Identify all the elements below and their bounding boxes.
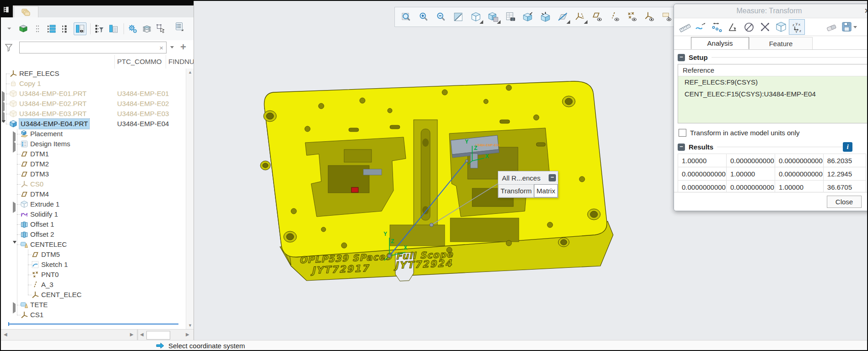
tree-item-label[interactable]: Design Items [30,139,70,149]
add-filter-icon[interactable]: + [180,41,186,53]
tree-row[interactable]: U3484-EMP-E04.PRTU3484-EMP-E04 [1,119,186,129]
model-cube-button[interactable] [17,22,30,35]
tree-item-label[interactable]: Offset 1 [30,219,54,229]
tree-item-label[interactable]: U3484-EMP-E03.PRT [19,109,86,119]
matrix-button[interactable]: Matrix [534,184,558,197]
tree-row[interactable]: REF_ELECS [1,69,186,79]
column-header-findnum[interactable]: FINDNU [168,58,194,65]
reference-item[interactable]: REF_ELECS:F9(CSYS) [678,76,868,88]
hscroll2-thumb[interactable] [146,331,170,340]
tree-item-label[interactable]: CENTELEC [30,239,67,250]
measure-summary-button[interactable] [677,19,693,35]
tree-row[interactable]: A_3 [1,280,186,290]
tree-item-label[interactable]: Extrude 1 [30,199,59,209]
tree-row[interactable]: Placement [1,129,186,139]
scroll-down-icon[interactable]: ▼ [188,323,192,328]
tree-row[interactable]: DTM5 [1,250,186,260]
view-normal-button[interactable] [537,9,554,25]
datum-display-button[interactable] [554,9,571,25]
tree-item-label[interactable]: A_3 [41,280,54,290]
clear-results-button[interactable] [823,19,839,35]
zoom-refit-button[interactable] [398,9,415,25]
info-icon[interactable]: i [843,142,852,152]
tree-item-label[interactable]: DTM1 [30,149,49,159]
tree-row[interactable]: CENTELEC [1,239,186,250]
grip-dots-button[interactable] [31,22,44,35]
3d-model-viewport[interactable]: OPLP539 SPace9 Full Scope JYT72917 JYT72… [253,74,619,282]
measure-length-button[interactable] [693,19,709,35]
tree-row[interactable]: TETE [1,300,186,310]
tree-item-label[interactable]: DTM3 [30,169,49,179]
layers-button[interactable] [140,22,153,35]
measure-diameter-button[interactable] [741,19,757,35]
clear-search-icon[interactable]: × [159,44,163,52]
tree-row[interactable]: CS0 [1,179,186,189]
reference-list[interactable]: Reference REF_ELECS:F9(CSYS)CENT_ELEC:F1… [678,64,868,123]
tree-filters-button[interactable] [93,22,106,35]
tab-feature[interactable]: Feature [749,37,813,49]
tree-item-label[interactable]: CS0 [30,179,43,189]
hscroll2-right-icon[interactable]: ▶ [186,332,189,337]
tree-vertical-scrollbar[interactable]: ▲ ▼ [186,69,194,329]
tree-item-label[interactable]: CENT_ELEC [41,290,81,300]
tree-row[interactable]: U3484-EMP-E02.PRTU3484-EMP-E02 [1,99,186,109]
tab-analysis[interactable]: Analysis [691,37,749,49]
tree-item-label[interactable]: REF_ELECS [19,69,59,79]
tree-row[interactable]: Extrude 1 [1,199,186,209]
scroll-up-icon[interactable]: ▲ [188,70,192,74]
tree-row[interactable]: DTM2 [1,159,186,169]
tree-row[interactable]: DTM1 [1,149,186,159]
hscroll2-left-icon[interactable]: ◀ [140,332,144,337]
plane-display-button[interactable] [589,9,606,25]
tree-item-label[interactable]: U3484-EMP-E02.PRT [19,99,86,109]
tree-item-label[interactable]: DTM2 [30,159,49,169]
measure-distance-button[interactable] [709,19,725,35]
units-checkbox[interactable] [679,129,686,137]
results-collapse-button[interactable]: − [678,144,685,151]
tree-side-icon[interactable] [2,5,11,14]
zoom-out-button[interactable] [432,9,450,25]
tree-item-label[interactable]: Placement [30,129,63,139]
tree-row[interactable]: DTM3 [1,169,186,179]
measure-volume-button[interactable] [773,19,789,35]
tree-item-label[interactable]: Offset 2 [30,229,54,239]
close-button[interactable]: Close [827,196,862,208]
section-view-button[interactable] [519,9,537,25]
measure-area-button[interactable] [757,19,773,35]
tree-document-button[interactable] [107,22,120,35]
reference-item[interactable]: CENT_ELEC:F15(CSYS):U3484-EMP-E04 [678,88,868,100]
tree-columns-button[interactable] [74,22,86,35]
tree-caret-button[interactable] [3,22,16,35]
hscroll-right-icon[interactable]: ▶ [130,332,134,337]
tree-item-label[interactable]: CS1 [30,310,43,320]
settings-gears-button[interactable] [126,22,139,35]
tree-row[interactable]: U3484-EMP-E01.PRTU3484-EMP-E01 [1,89,186,99]
tree-item-label[interactable]: Copy 1 [19,79,41,89]
tree-row[interactable]: Offset 2 [1,229,186,239]
tree-item-label[interactable]: U3484-EMP-E04.PRT [19,119,89,129]
tree-row[interactable]: DTM4 [1,189,186,199]
tree-search-input[interactable]: × [19,42,167,53]
tree-item-label[interactable]: PNT0 [41,270,59,280]
csys-display-button[interactable] [641,9,658,25]
axis-display-button[interactable] [606,9,624,25]
tree-row[interactable]: CS1 [1,310,186,320]
repaint-button[interactable] [450,9,467,25]
collapse-levels-button[interactable] [59,22,72,35]
transform-button[interactable]: Transform [498,184,534,197]
zoom-in-button[interactable] [415,9,432,25]
search-options-icon[interactable] [170,46,174,48]
tree-item-label[interactable]: DTM5 [41,250,60,260]
tree-item-label[interactable]: Sketch 1 [41,260,68,270]
setup-collapse-button[interactable]: − [678,54,685,61]
point-display-button[interactable] [624,9,641,25]
tree-row[interactable]: Design Items [1,139,186,149]
expand-levels-button[interactable] [45,22,58,35]
select-pointer-button[interactable] [155,22,167,35]
close-icon[interactable]: ✕ [864,7,868,15]
tree-row[interactable]: Solidify 1 [1,209,186,219]
popup-collapse-button[interactable]: − [549,174,556,181]
tree-settings-button[interactable] [173,20,186,33]
tree-row[interactable]: Sketch 1 [1,260,186,270]
saved-orientations-button[interactable] [485,9,502,25]
